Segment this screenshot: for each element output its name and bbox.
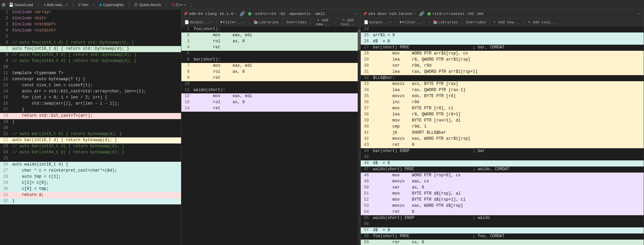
clang-overrides-btn[interactable]: Overrides [285, 20, 308, 25]
msvc-output-btn[interactable]: 📄 Output... ▾ [362, 20, 394, 25]
line-number: 5 [0, 34, 11, 40]
line-number: 59 [361, 240, 372, 245]
table-row: 51 mov BYTE PTR d$[rsp], al [361, 191, 644, 197]
table-row: 12constexpr auto byteswap(T t) { [0, 76, 181, 83]
line-number: 43 [361, 142, 372, 148]
msvc-libraries-btn[interactable]: 📚 Libraries [431, 20, 460, 25]
msvc-panel: 📌 x64 msvc v19.latest ▾ 🔗 /std:c++latest… [361, 9, 644, 245]
line-number: 23 [0, 143, 11, 150]
clang-code-area[interactable]: 1foo(short):2 mov eax, edi3 rol ax, 84 r… [181, 26, 360, 245]
table-row: 41 jb SHORT $LL6@bar [361, 130, 644, 136]
clang-scrollbar[interactable] [358, 26, 360, 245]
msvc-compiler-arrow[interactable]: ▾ [414, 12, 416, 16]
clang-add-new-btn[interactable]: + Add new... [313, 18, 333, 27]
clang-close-button[interactable]: — [353, 11, 358, 17]
table-row: 31 lea rax, QWORD PTR arr$1[rsp+1] [361, 69, 644, 75]
line-content: #include <bit> [11, 16, 181, 22]
source-code-table: 1#include <array>2#include <bit>3#includ… [0, 9, 181, 204]
line-content [372, 221, 644, 227]
line-number: 11 [181, 87, 192, 93]
line-number: 26 [361, 39, 372, 45]
line-content: ror cx, 8 [372, 240, 644, 245]
table-row: 17 } [0, 107, 181, 113]
add-new-button[interactable]: + Add new... ▾ [42, 2, 70, 7]
line-content: mov BYTE PTR d$[rsp], al [372, 191, 644, 197]
table-row: 13 rol ax, 8 [181, 99, 360, 106]
line-content: ret [192, 106, 360, 112]
table-row: 21// auto bar(int8_t d) { return byteswa… [0, 131, 181, 137]
line-number: 5 [181, 51, 192, 57]
msvc-overrides-btn[interactable]: Overrides [464, 20, 488, 25]
source-code-area[interactable]: 1#include <array>2#include <bit>3#includ… [0, 9, 181, 245]
table-row: 9 ret [181, 75, 360, 81]
line-content: movzx eax, cx [372, 179, 644, 185]
table-row: 19} [0, 119, 181, 125]
line-content [11, 64, 181, 70]
save-load-button[interactable]: 💾 Save/Load [7, 2, 35, 8]
table-row: 9// auto foo(int64_t d) { return std::by… [0, 58, 181, 64]
line-content: mov WORD PTR [rsp+8], cx [372, 173, 644, 179]
msvc-close-button[interactable]: — [636, 11, 642, 17]
table-row: 29 c[1]= c[0]; [0, 180, 181, 186]
cpp-button[interactable]: G C++ ▾ [170, 2, 188, 7]
table-row: 26d$ = 8 [361, 39, 644, 45]
table-row: 10 [0, 64, 181, 70]
cpp-insights-button[interactable]: ◈ CppInsights [97, 2, 126, 8]
msvc-pin-icon: 📌 [363, 12, 367, 16]
line-number: 30 [0, 186, 11, 192]
line-content: lea rax, QWORD PTR arr$1[rsp+1] [372, 69, 644, 75]
line-content: waldo(short) ENDP ; waldo [372, 215, 644, 221]
msvc-add-tool-btn[interactable]: ✎ Add tool... [526, 20, 559, 25]
line-content: mov eax, edi [192, 93, 360, 99]
line-content: c[1]= c[0]; [11, 180, 181, 186]
line-number: 31 [0, 192, 11, 198]
line-content [192, 51, 360, 57]
line-content: return std::bit_cast<T>(arr); [11, 113, 181, 119]
clang-link-button[interactable]: 🔗 [238, 11, 247, 17]
line-content: rol ax, 8 [192, 69, 360, 75]
vim-button[interactable]: V Vim [76, 2, 90, 7]
clang-scrollbar-thumb[interactable] [358, 30, 360, 50]
line-content: // auto bar(int8_t d) { return byteswap(… [11, 131, 181, 137]
line-content: auto waldo(int16_t d) { [11, 162, 181, 168]
msvc-code-area[interactable]: 2425arr$1 = 826d$ = 827bar(short) PROC ;… [361, 26, 644, 245]
clang-compiler-label: x86-64 clang 19.1.0 [189, 12, 233, 16]
clang-add-tool-btn[interactable]: ✎ Add tool... [337, 18, 359, 27]
table-row: 57d$ = 8 [361, 227, 644, 233]
table-row: 36 inc r9d [361, 99, 644, 106]
table-row: 59 ror cx, 8 [361, 240, 644, 245]
line-number: 4 [0, 28, 11, 34]
line-content [372, 154, 644, 160]
line-number: 44 [361, 148, 372, 154]
line-number: 3 [0, 22, 11, 28]
line-number: 28 [361, 51, 372, 57]
line-content: d$ = 8 [372, 39, 644, 45]
line-number: 40 [361, 124, 372, 130]
line-content: mov BYTE PTR [r8], cl [372, 106, 644, 112]
table-row: 24 [361, 26, 644, 32]
clang-filter-btn[interactable]: ▼ Filter... ▾ [218, 20, 247, 25]
msvc-link-button[interactable]: 🔗 [417, 11, 426, 17]
msvc-filter-btn[interactable]: ▼ Filter... ▾ [398, 20, 426, 25]
line-number: 37 [361, 106, 372, 112]
clang-compiler-arrow[interactable]: ▾ [235, 12, 236, 16]
table-row: 55waldo(short) ENDP ; waldo [361, 215, 644, 221]
clang-output-btn[interactable]: 📄 Output... ▾ [183, 20, 214, 25]
line-content: ret [192, 45, 360, 51]
line-content: mov BYTE PTR [rax+1], dl [372, 118, 644, 124]
clang-libraries-btn[interactable]: 📚 Libraries [252, 20, 281, 25]
table-row: 53 movzx eax, WORD PTR d$[rsp] [361, 203, 644, 209]
table-row: 31 return d; [0, 192, 181, 198]
vim-logo: V [78, 3, 81, 7]
msvc-add-new-btn[interactable]: + Add new... [492, 20, 522, 25]
table-row: 34 lea rax, QWORD PTR [rax-1] [361, 87, 644, 93]
line-content: mov WORD PTR arr$1[rsp], cx [372, 51, 644, 57]
table-row: 20 [0, 125, 181, 131]
line-number: 14 [181, 106, 192, 112]
table-row: 52 mov BYTE PTR d$[rsp+1], cl [361, 197, 644, 203]
line-number: 16 [0, 101, 11, 107]
table-row: 11waldo(short): [181, 87, 360, 93]
line-number: 8 [0, 52, 11, 58]
table-row: 13 const size_t len = sizeof(t); [0, 83, 181, 89]
quick-bench-button[interactable]: ⏱ Quick-bench [132, 2, 163, 7]
